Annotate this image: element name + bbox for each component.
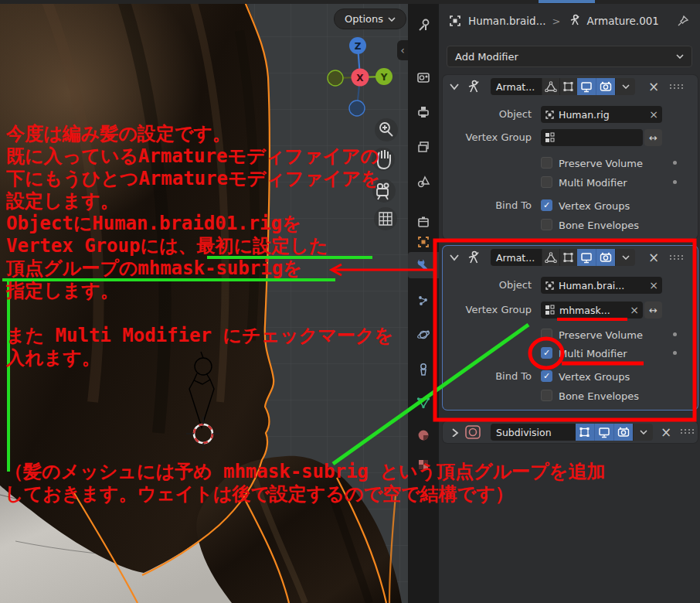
toggle-show-viewport-icon[interactable] — [577, 78, 596, 95]
object-field[interactable]: Human.brai... × — [541, 277, 662, 294]
breadcrumb: Human.braid... > Armature.001 — [439, 6, 700, 36]
bone-envelopes-row: Bone Envelopes — [443, 219, 698, 231]
properties-main: Human.braid... > Armature.001 Add Modifi… — [439, 0, 700, 603]
tab-view-layer[interactable] — [408, 134, 439, 160]
preserve-volume-checkbox[interactable] — [541, 329, 552, 340]
collapsed-chevron-icon[interactable] — [450, 428, 461, 437]
modifier-header[interactable]: Armat... × — [443, 246, 698, 269]
axis-z-negative[interactable] — [349, 100, 365, 116]
modifier-name-field[interactable]: Armat... — [491, 249, 542, 266]
modifier-extras-dropdown[interactable] — [615, 78, 635, 95]
vertex-groups-label: Vertex Groups — [559, 370, 630, 383]
chevron-down-icon — [388, 17, 396, 22]
preserve-volume-checkbox[interactable] — [541, 157, 552, 169]
breadcrumb-modifier[interactable]: Armature.001 — [586, 15, 658, 27]
navigation-gizmo[interactable]: Z Y X — [323, 32, 413, 122]
bone-envelopes-checkbox[interactable] — [541, 219, 552, 230]
preserve-volume-row: Preserve Volume — [443, 157, 698, 169]
modifier-name-field[interactable]: Armat... — [491, 78, 542, 95]
object-label: Object — [443, 106, 532, 123]
camera-view-icon[interactable] — [372, 179, 396, 203]
tab-texture[interactable] — [408, 451, 439, 478]
toggle-vertex-group-icon[interactable] — [542, 249, 559, 266]
axis-y-negative[interactable] — [328, 70, 343, 86]
bind-vertex-groups-checkbox[interactable]: ✓ — [541, 370, 552, 382]
subdivision-icon — [464, 424, 481, 440]
invert-vertex-group-button[interactable]: ↔ — [644, 129, 662, 146]
animate-dot-icon[interactable] — [673, 351, 677, 355]
modifier-close-button[interactable]: × — [645, 79, 662, 94]
bind-to-label: Bind To — [443, 370, 532, 383]
pan-hand-icon[interactable] — [372, 148, 395, 171]
toggle-edit-mode-icon[interactable] — [559, 249, 577, 266]
bind-vertex-groups-checkbox[interactable]: ✓ — [541, 199, 552, 211]
modifier-close-button[interactable]: × — [645, 250, 662, 265]
tab-physics[interactable] — [408, 322, 439, 348]
vertex-group-field[interactable]: mhmask... × — [541, 302, 643, 319]
armature-icon — [464, 250, 481, 265]
vertex-group-field[interactable] — [541, 129, 643, 146]
modifier-header[interactable]: Armat... × — [443, 75, 698, 98]
tab-material[interactable] — [408, 422, 439, 448]
tab-object[interactable] — [408, 229, 439, 255]
vertex-group-label: Vertex Group — [443, 129, 532, 146]
object-row: Object Human.rig × — [443, 106, 698, 123]
toggle-edit-mode-icon[interactable] — [576, 424, 594, 441]
vertex-group-label: Vertex Group — [443, 302, 532, 319]
toggle-show-viewport-icon[interactable] — [577, 249, 596, 266]
toggle-vertex-group-icon[interactable] — [542, 78, 559, 95]
animate-dot-icon[interactable] — [673, 332, 677, 336]
armature-icon — [464, 79, 481, 94]
toggle-show-render-icon[interactable] — [596, 249, 615, 266]
vertex-group-row: Vertex Group ↔ — [443, 129, 698, 146]
tab-scene[interactable] — [408, 169, 439, 195]
pin-icon[interactable] — [676, 15, 689, 28]
tab-particles[interactable] — [408, 288, 439, 314]
viewport-options-button[interactable]: Options — [334, 9, 406, 29]
clear-object-icon[interactable]: × — [649, 279, 658, 291]
expand-chevron-icon[interactable] — [449, 82, 460, 91]
expand-chevron-icon[interactable] — [449, 253, 460, 262]
tab-tool[interactable] — [408, 12, 439, 38]
toggle-edit-mode-icon[interactable] — [559, 78, 577, 95]
add-modifier-button[interactable]: Add Modifier — [447, 46, 692, 67]
invert-vertex-group-button[interactable]: ↔ — [644, 302, 662, 319]
tab-output[interactable] — [408, 99, 439, 125]
object-field[interactable]: Human.rig × — [541, 106, 662, 123]
blender-window: Options ‹ Z Y X — [0, 0, 700, 603]
modifier-extras-dropdown[interactable] — [633, 424, 653, 441]
vertex-group-icon — [545, 132, 556, 143]
toggle-show-render-icon[interactable] — [596, 78, 615, 95]
axis-y-label: Y — [380, 72, 388, 83]
toggle-show-render-icon[interactable] — [613, 424, 633, 441]
axis-z-label: Z — [355, 41, 362, 52]
tab-object-data[interactable] — [408, 390, 439, 416]
animate-dot-icon[interactable] — [673, 161, 677, 165]
modifier-drag-handle[interactable] — [681, 429, 696, 435]
modifier-drag-handle[interactable] — [670, 255, 685, 261]
modifier-close-button[interactable]: × — [658, 424, 675, 440]
window-top-edge — [0, 0, 700, 4]
modifier-name-field[interactable]: Subdivision — [491, 424, 576, 441]
tab-render[interactable] — [408, 64, 439, 90]
multi-modifier-checkbox[interactable] — [541, 176, 552, 188]
vertex-group-value: mhmask... — [559, 305, 610, 316]
clear-vertex-group-icon[interactable]: × — [630, 304, 639, 316]
bind-to-row: Bind To ✓ Vertex Groups — [443, 199, 698, 212]
breadcrumb-object[interactable]: Human.braid... — [468, 15, 546, 27]
tab-constraints[interactable] — [408, 356, 439, 383]
multi-modifier-checkbox[interactable]: ✓ — [541, 347, 552, 359]
multi-modifier-row: Multi Modifier — [443, 176, 698, 189]
modifier-extras-dropdown[interactable] — [615, 249, 635, 266]
viewport-3d[interactable]: Options ‹ Z Y X — [0, 0, 408, 603]
bone-envelopes-checkbox[interactable] — [541, 390, 552, 401]
toggle-show-viewport-icon[interactable] — [594, 424, 613, 441]
add-modifier-label: Add Modifier — [455, 51, 518, 63]
grid-toggle-icon[interactable] — [374, 207, 397, 230]
animate-dot-icon[interactable] — [673, 180, 677, 184]
modifier-drag-handle[interactable] — [670, 84, 685, 90]
options-label: Options — [345, 13, 383, 25]
object-value: Human.brai... — [559, 280, 624, 291]
clear-object-icon[interactable]: × — [649, 108, 658, 121]
tab-modifiers[interactable] — [408, 252, 439, 278]
